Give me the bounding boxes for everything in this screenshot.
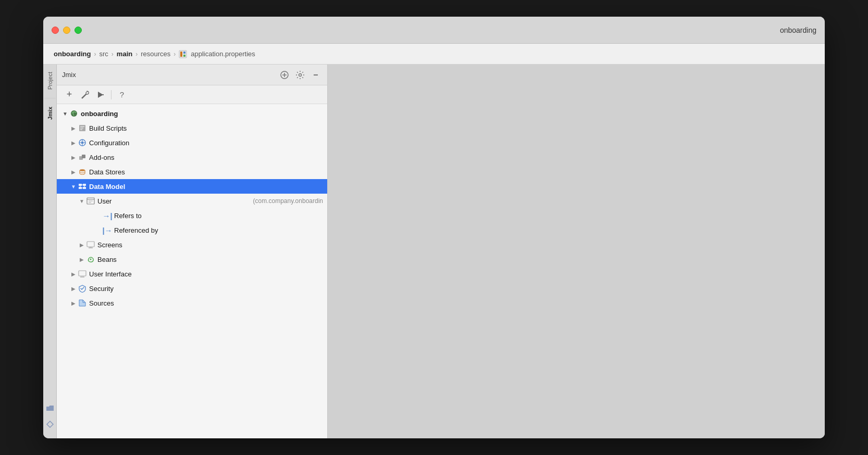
breadcrumb-sep-1: › xyxy=(94,50,96,58)
chevron-onboarding[interactable]: ▼ xyxy=(61,109,69,118)
tree-item-datamodel[interactable]: ▼ Data Model xyxy=(57,179,327,194)
diamond-icon-btn[interactable] xyxy=(44,419,56,430)
sidebar-divider xyxy=(44,98,56,98)
security-icon xyxy=(78,284,87,293)
tree-label-config: Configuration xyxy=(89,139,323,147)
close-button[interactable] xyxy=(52,27,59,34)
referenced-by-icon: |→ xyxy=(103,225,112,235)
chevron-security[interactable]: ▶ xyxy=(69,284,78,293)
chevron-datamodel[interactable]: ▼ xyxy=(69,182,78,191)
breadcrumb-main[interactable]: main xyxy=(117,50,132,58)
tree-label-addons: Add-ons xyxy=(89,154,323,161)
appprops-icon xyxy=(179,50,189,58)
tree-label-beans: Beans xyxy=(97,256,323,263)
user-icon xyxy=(86,196,95,206)
tree-item-sources[interactable]: ▶ Sources xyxy=(57,296,327,310)
add-button[interactable]: + xyxy=(62,88,77,102)
tree-label-user: User xyxy=(97,197,251,205)
chevron-datastores[interactable]: ▶ xyxy=(69,168,78,176)
help-button[interactable]: ? xyxy=(115,88,129,102)
close-panel-button[interactable] xyxy=(309,69,322,81)
svg-rect-1 xyxy=(180,52,182,57)
chevron-user[interactable]: ▼ xyxy=(78,197,86,205)
main-window: onboarding onboarding › src › main › res… xyxy=(43,17,825,438)
tree-item-referenced-by[interactable]: |→ Referenced by xyxy=(57,223,327,237)
svg-rect-26 xyxy=(79,187,82,189)
tree-item-refers-to[interactable]: →| Refers to xyxy=(57,208,327,223)
tree-label-build: Build Scripts xyxy=(89,124,323,132)
panel-title: Jmix xyxy=(62,71,275,79)
maximize-button[interactable] xyxy=(75,27,82,34)
sidebar-tab-jmix[interactable]: Jmix xyxy=(45,103,55,124)
svg-rect-22 xyxy=(82,155,85,158)
beans-icon xyxy=(86,255,95,264)
breadcrumb-sep-4: › xyxy=(173,50,176,58)
window-title: onboarding xyxy=(780,26,816,34)
tree-item-screens[interactable]: ▶ Screens xyxy=(57,237,327,252)
tree-label-datamodel: Data Model xyxy=(89,183,323,191)
tree-item-security[interactable]: ▶ Security xyxy=(57,281,327,296)
svg-rect-24 xyxy=(79,184,82,186)
tree-label-refby: Referenced by xyxy=(114,226,323,234)
tree-label-datastores: Data Stores xyxy=(89,168,323,176)
breadcrumb-src[interactable]: src xyxy=(100,50,108,58)
wrench-button[interactable] xyxy=(78,88,92,102)
folder-icon-btn[interactable] xyxy=(44,403,56,414)
panel-toolbar: + ? xyxy=(57,85,327,104)
add-panel-button[interactable] xyxy=(278,69,291,81)
traffic-lights xyxy=(52,27,82,34)
chevron-screens[interactable]: ▶ xyxy=(78,241,86,249)
sidebar-tab-project[interactable]: Project xyxy=(45,68,55,94)
main-content: Project Jmix Jmix xyxy=(43,65,825,438)
tree-item-user[interactable]: ▼ User (com.company.onboardin xyxy=(57,194,327,208)
project-panel: Jmix + xyxy=(57,65,328,438)
ui-icon xyxy=(78,269,87,279)
tree-item-build-scripts[interactable]: ▶ Build Scripts xyxy=(57,121,327,135)
datamodel-icon xyxy=(78,182,87,191)
chevron-addons[interactable]: ▶ xyxy=(69,153,78,161)
svg-point-39 xyxy=(90,259,92,260)
tree-label-ui: User Interface xyxy=(89,270,323,278)
svg-point-10 xyxy=(71,110,77,117)
tree-item-onboarding[interactable]: ▼ onboarding xyxy=(57,106,327,121)
chevron-sources[interactable]: ▶ xyxy=(69,299,78,307)
chevron-config[interactable]: ▶ xyxy=(69,138,78,147)
svg-rect-27 xyxy=(83,187,86,189)
chevron-beans[interactable]: ▶ xyxy=(78,255,86,263)
tree-item-user-interface[interactable]: ▶ User Interface xyxy=(57,267,327,281)
editor-area xyxy=(328,65,825,438)
screens-icon xyxy=(86,240,95,249)
tree-label-security: Security xyxy=(89,285,323,293)
svg-rect-2 xyxy=(183,52,185,54)
tree-item-configuration[interactable]: ▶ Configuration xyxy=(57,135,327,150)
build-scripts-icon xyxy=(78,123,87,133)
minimize-button[interactable] xyxy=(63,27,70,34)
run-button[interactable] xyxy=(93,88,108,102)
tree-label-sources: Sources xyxy=(89,299,323,307)
breadcrumb-appprops[interactable]: application.properties xyxy=(179,50,255,58)
titlebar: onboarding xyxy=(43,17,825,44)
svg-rect-25 xyxy=(83,184,86,186)
svg-rect-36 xyxy=(87,242,94,247)
sources-icon xyxy=(78,298,87,308)
tree-label-onboarding: onboarding xyxy=(81,110,323,118)
toolbar-separator xyxy=(111,90,111,99)
tree-item-addons[interactable]: ▶ Add-ons xyxy=(57,150,327,165)
addons-icon xyxy=(78,153,87,162)
tree-item-beans[interactable]: ▶ Beans xyxy=(57,252,327,267)
config-icon xyxy=(78,138,87,147)
settings-panel-button[interactable] xyxy=(294,69,306,81)
breadcrumb: onboarding › src › main › resources › ap… xyxy=(43,44,825,65)
svg-point-16 xyxy=(81,142,84,144)
chevron-build[interactable]: ▶ xyxy=(69,124,78,132)
svg-marker-4 xyxy=(47,421,53,427)
breadcrumb-onboarding[interactable]: onboarding xyxy=(54,50,91,58)
tree-label-refers: Refers to xyxy=(114,212,323,220)
svg-point-23 xyxy=(80,169,85,171)
chevron-ui[interactable]: ▶ xyxy=(69,270,78,278)
breadcrumb-resources[interactable]: resources xyxy=(141,50,170,58)
breadcrumb-sep-2: › xyxy=(111,50,114,58)
project-tree[interactable]: ▼ onboarding ▶ Build Scripts ▶ xyxy=(57,104,327,438)
tree-item-datastores[interactable]: ▶ Data Stores xyxy=(57,165,327,179)
sidebar-tabs-strip: Project Jmix xyxy=(43,65,57,438)
